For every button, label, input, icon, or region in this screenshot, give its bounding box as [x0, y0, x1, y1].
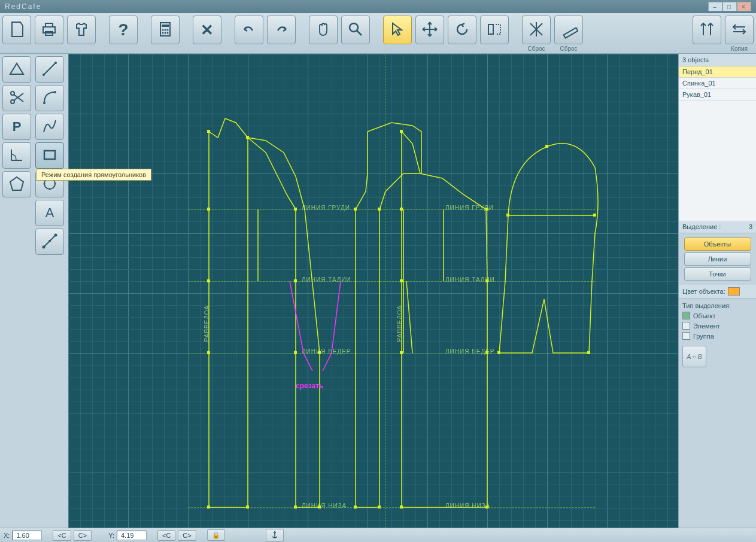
- mirror-button[interactable]: [480, 16, 509, 44]
- a-icon: A: [45, 205, 54, 221]
- reset-ruler-button[interactable]: [554, 16, 583, 44]
- rectangle-tool[interactable]: [35, 142, 64, 169]
- tshirt-icon: [72, 20, 91, 40]
- arc-tool[interactable]: [35, 85, 64, 111]
- points-button[interactable]: Точки: [684, 267, 751, 281]
- svg-rect-36: [294, 208, 297, 211]
- ruler-icon: [559, 20, 578, 40]
- flip-v-icon: [697, 20, 716, 40]
- line-icon: [41, 60, 59, 79]
- snap-button[interactable]: [266, 529, 284, 542]
- next-c-button-2[interactable]: C>: [178, 530, 196, 541]
- p-icon: P: [13, 119, 22, 135]
- flip-v-button[interactable]: [693, 16, 721, 44]
- line-tool[interactable]: [35, 56, 64, 83]
- close-button[interactable]: ×: [737, 2, 751, 11]
- pan-button[interactable]: [309, 16, 338, 44]
- curve-tool[interactable]: [35, 114, 64, 140]
- delete-button[interactable]: ✕: [193, 16, 221, 44]
- redo-button[interactable]: [267, 16, 296, 44]
- left-toolbar: P A Режим создания прямоугольников: [0, 54, 68, 528]
- selection-type-label: Тип выделения:: [679, 299, 756, 310]
- svg-rect-33: [207, 506, 210, 508]
- list-item[interactable]: Спинка_01: [679, 78, 756, 89]
- flip-h-icon: [730, 20, 749, 40]
- mirror-icon: [485, 20, 504, 40]
- svg-point-5: [162, 29, 164, 31]
- svg-point-15: [54, 62, 57, 64]
- copy-button[interactable]: [725, 16, 754, 44]
- svg-rect-42: [354, 208, 357, 211]
- reset-axis-button[interactable]: [522, 16, 551, 44]
- reset-label: Сброс: [527, 45, 545, 52]
- lines-button[interactable]: Линии: [684, 252, 751, 266]
- svg-rect-48: [400, 279, 403, 282]
- y-value: 4.19: [117, 531, 147, 540]
- rename-button[interactable]: A↔B: [682, 346, 706, 367]
- garment-button[interactable]: [67, 16, 96, 44]
- undo-button[interactable]: [235, 16, 263, 44]
- svg-point-14: [42, 74, 45, 76]
- cursor-icon: [388, 20, 407, 40]
- zoom-button[interactable]: [341, 16, 370, 44]
- calculator-button[interactable]: [151, 16, 180, 44]
- statusbar: X: 1.60 <C C> Y: 4.19 <C C> 🔒: [0, 528, 756, 542]
- svg-rect-43: [354, 506, 357, 508]
- help-button[interactable]: ?: [109, 16, 138, 44]
- calculator-icon: [156, 20, 175, 40]
- svg-rect-58: [587, 351, 590, 354]
- print-button[interactable]: [35, 16, 63, 44]
- list-item[interactable]: Рукав_01: [679, 89, 756, 101]
- svg-rect-54: [485, 506, 488, 508]
- svg-point-18: [43, 102, 45, 104]
- angle-icon: [8, 146, 26, 165]
- list-item[interactable]: Перед_01: [679, 66, 756, 78]
- measure-tool[interactable]: [35, 229, 64, 255]
- undo-icon: [239, 20, 259, 40]
- rectangle-icon: [41, 146, 59, 165]
- svg-point-26: [42, 246, 45, 249]
- reset-label-2: Сброс: [560, 45, 577, 52]
- next-c-button[interactable]: C>: [74, 530, 92, 541]
- maximize-button[interactable]: □: [722, 2, 737, 11]
- rotate-icon: [453, 20, 472, 40]
- tooltip: Режим создания прямоугольников: [36, 169, 151, 181]
- svg-point-6: [165, 29, 166, 31]
- color-swatch[interactable]: [728, 287, 740, 296]
- svg-rect-44: [378, 208, 381, 211]
- right-panel: 3 objects Перед_01 Спинка_01 Рукав_01 Вы…: [678, 54, 756, 528]
- text-tool[interactable]: A: [35, 200, 64, 226]
- svg-rect-59: [545, 145, 548, 148]
- angle-tool[interactable]: [2, 142, 31, 169]
- point-tool[interactable]: P: [2, 114, 31, 140]
- prev-c-button[interactable]: <C: [53, 530, 71, 541]
- magnifier-icon: [346, 20, 365, 40]
- select-button[interactable]: [383, 16, 412, 44]
- svg-rect-45: [378, 506, 381, 508]
- scissors-tool[interactable]: [2, 85, 31, 111]
- drawing-canvas[interactable]: // grid will be drawn by generating divs…: [68, 54, 678, 528]
- svg-point-25: [49, 188, 51, 190]
- prev-c-button-2[interactable]: <C: [157, 530, 175, 541]
- svg-rect-40: [318, 351, 321, 354]
- y-label: Y:: [108, 532, 114, 539]
- lock-button[interactable]: 🔒: [207, 529, 225, 541]
- checkbox-element[interactable]: [682, 322, 690, 330]
- checkbox-group[interactable]: [682, 332, 690, 340]
- shape-tool[interactable]: [2, 171, 31, 197]
- svg-rect-4: [162, 25, 169, 27]
- objects-button[interactable]: Объекты: [684, 237, 751, 251]
- svg-point-7: [167, 29, 169, 31]
- anchor-icon: [271, 533, 279, 540]
- svg-rect-12: [488, 25, 493, 34]
- rotate-button[interactable]: [448, 16, 476, 44]
- triangle-tool[interactable]: [2, 56, 31, 83]
- checkbox-object[interactable]: [682, 312, 690, 319]
- selection-label: Выделение :: [682, 223, 721, 230]
- svg-rect-30: [207, 208, 210, 211]
- move-button[interactable]: [415, 16, 444, 44]
- minimize-button[interactable]: –: [708, 2, 722, 11]
- new-file-button[interactable]: [2, 16, 31, 44]
- hand-icon: [314, 20, 333, 40]
- copy-label: Копия: [731, 45, 748, 52]
